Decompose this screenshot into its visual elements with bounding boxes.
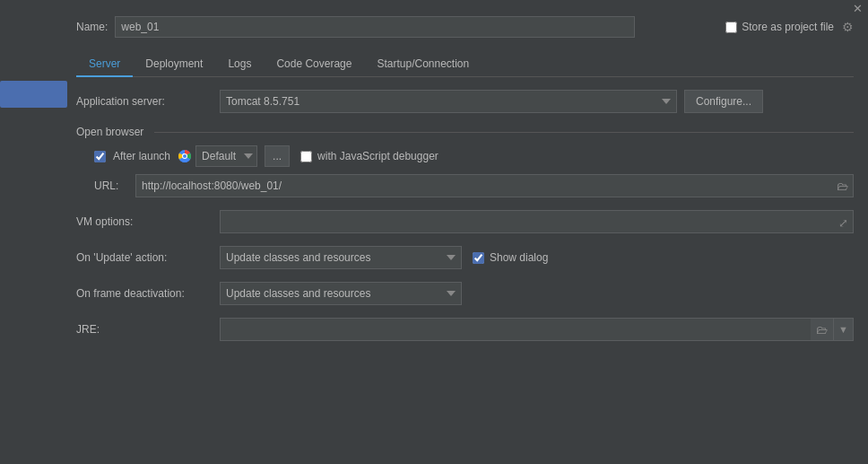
url-label: URL:: [94, 179, 128, 192]
vm-options-row: VM options: ⤢: [76, 210, 854, 233]
app-server-label: Application server:: [76, 95, 220, 108]
name-label: Name:: [76, 21, 108, 33]
show-dialog-checkbox[interactable]: [473, 252, 484, 264]
expand-icon[interactable]: ⤢: [838, 216, 848, 230]
browser-more-button[interactable]: ...: [265, 145, 290, 167]
tab-server[interactable]: Server: [76, 52, 133, 77]
on-frame-row: On frame deactivation: Update classes an…: [76, 282, 854, 305]
header-row: Name: Store as project file ⚙: [76, 16, 854, 38]
url-folder-icon[interactable]: 🗁: [837, 179, 848, 193]
after-launch-row: After launch: [76, 145, 854, 167]
run-config-dialog: ✕ Name: Store as project file ⚙ Server D…: [0, 0, 868, 464]
tab-logs[interactable]: Logs: [215, 52, 264, 77]
browser-select-wrap: Default Chrome Firefox: [178, 145, 257, 167]
on-frame-select[interactable]: Update classes and resources Update reso…: [220, 282, 462, 305]
store-project-label: Store as project file: [742, 21, 834, 33]
open-browser-label: Open browser: [76, 126, 854, 138]
sidebar-active-item[interactable]: [0, 81, 67, 108]
after-launch-label: After launch: [113, 150, 170, 162]
tab-startup-connection[interactable]: Startup/Connection: [364, 52, 482, 77]
svg-point-3: [183, 154, 187, 158]
vm-options-input-wrap: ⤢: [220, 210, 854, 233]
on-update-row: On 'Update' action: Update classes and r…: [76, 246, 854, 269]
name-input[interactable]: [115, 16, 635, 38]
on-frame-label: On frame deactivation:: [76, 287, 220, 300]
js-debugger-checkbox[interactable]: [300, 151, 312, 162]
url-row: URL: 🗁: [76, 174, 854, 197]
form-content: Application server: Tomcat 8.5.751 Confi…: [76, 90, 854, 455]
browser-select[interactable]: Default Chrome Firefox: [195, 145, 257, 167]
chrome-icon: [178, 149, 192, 163]
jre-folder-button[interactable]: 🗁: [811, 318, 834, 341]
open-browser-section: Open browser After launch: [76, 126, 854, 197]
tabs: Server Deployment Logs Code Coverage Sta…: [76, 52, 854, 77]
url-input[interactable]: [135, 174, 854, 197]
after-launch-checkbox[interactable]: [94, 151, 106, 162]
on-update-label: On 'Update' action:: [76, 251, 220, 264]
on-update-select[interactable]: Update classes and resources Update reso…: [220, 246, 462, 269]
configure-button[interactable]: Configure...: [684, 90, 763, 113]
show-dialog-label: Show dialog: [490, 251, 548, 264]
jre-input-wrap: 🗁 ▼: [220, 318, 854, 341]
tab-deployment[interactable]: Deployment: [133, 52, 215, 77]
jre-dropdown-button[interactable]: ▼: [834, 318, 854, 341]
jre-icons: 🗁 ▼: [811, 318, 854, 341]
app-server-row: Application server: Tomcat 8.5.751 Confi…: [76, 90, 854, 113]
close-icon[interactable]: ✕: [853, 2, 863, 15]
vm-options-label: VM options:: [76, 215, 220, 228]
store-project-checkbox[interactable]: [725, 22, 737, 33]
show-dialog-wrap: Show dialog: [473, 251, 548, 264]
js-debugger-wrap: with JavaScript debugger: [300, 150, 438, 162]
sidebar: [0, 0, 67, 464]
js-debugger-label: with JavaScript debugger: [317, 150, 438, 162]
tab-code-coverage[interactable]: Code Coverage: [264, 52, 364, 77]
app-server-select[interactable]: Tomcat 8.5.751: [220, 90, 677, 113]
jre-label: JRE:: [76, 323, 220, 336]
gear-icon[interactable]: ⚙: [842, 20, 854, 34]
main-panel: Name: Store as project file ⚙ Server Dep…: [67, 0, 868, 464]
vm-options-input[interactable]: [220, 210, 854, 233]
store-project-wrap: Store as project file ⚙: [725, 20, 854, 34]
url-input-wrap: 🗁: [135, 174, 854, 197]
jre-input[interactable]: [220, 318, 854, 341]
jre-row: JRE: 🗁 ▼: [76, 318, 854, 341]
